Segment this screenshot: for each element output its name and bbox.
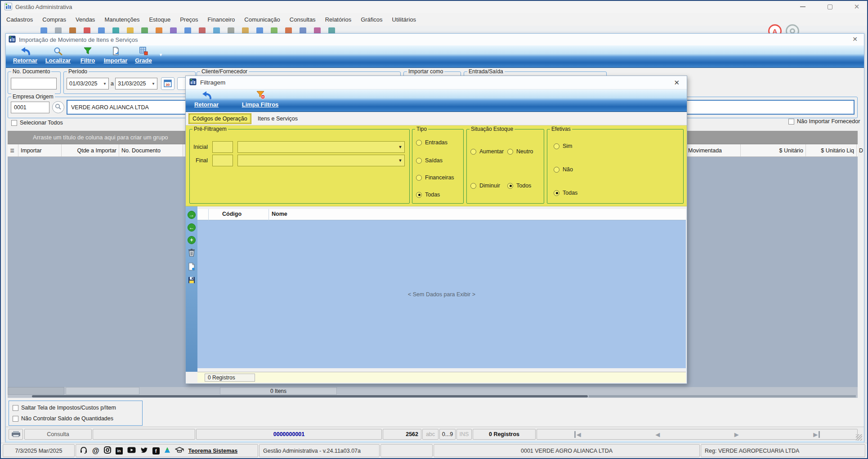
saltar-tela-checkbox[interactable]: Saltar Tela de Impostos/Custos p/Item xyxy=(13,405,116,411)
close-icon[interactable]: ✕ xyxy=(851,3,863,11)
calendar-button[interactable]: 30 xyxy=(161,77,174,90)
radio-saidas[interactable]: Saídas xyxy=(416,157,443,164)
facebook-icon[interactable]: f xyxy=(152,447,160,455)
print-button[interactable] xyxy=(9,429,23,440)
periodo-start-combo[interactable]: 01/03/2025 ▼ xyxy=(67,78,109,89)
menu-estoque[interactable]: Estoque xyxy=(149,16,170,23)
version-cell: Gestão Administrativa - v.24.11a03.07a xyxy=(259,444,380,457)
record-id-cell: 0000000001 xyxy=(196,429,382,440)
filtro-button[interactable]: Filtro xyxy=(77,45,98,64)
empresa-nome-value: VERDE AGRO ALIANCA LTDA xyxy=(71,104,149,111)
column-header-codigo[interactable]: Código xyxy=(222,211,242,217)
close-icon[interactable]: ✕ xyxy=(852,36,858,43)
column-header-partial-right[interactable]: D xyxy=(857,144,866,156)
column-header-nome[interactable]: Nome xyxy=(272,211,287,217)
menu-manutencoes[interactable]: Manutenções xyxy=(104,16,139,23)
headset-icon[interactable] xyxy=(80,446,88,455)
dialog-grid-body[interactable]: < Sem Dados para Exibir > xyxy=(197,220,686,368)
localizar-button[interactable]: Localizar xyxy=(42,45,74,64)
importar-button[interactable]: Importar xyxy=(101,45,130,64)
final-desc-combo[interactable]: ▼ xyxy=(237,155,405,166)
record-nav: ◀ ◀ ▶ ▶ xyxy=(537,429,858,440)
tipo-group: Tipo Entradas Saídas Financeiras Todas xyxy=(412,129,464,204)
dialog-retornar-button[interactable]: Retornar xyxy=(191,89,222,108)
radio-diminuir[interactable]: Diminuir xyxy=(470,183,500,189)
twitter-icon[interactable] xyxy=(140,447,148,455)
inicial-desc-combo[interactable]: ▼ xyxy=(237,141,405,153)
move-right-icon[interactable]: → xyxy=(188,211,196,219)
menu-relatorios[interactable]: Relatórios xyxy=(325,16,352,23)
spacer-cell xyxy=(380,444,433,457)
retornar-button[interactable]: Retornar xyxy=(10,45,40,64)
restore-icon[interactable] xyxy=(824,3,836,11)
column-header-documento[interactable]: No. Documento xyxy=(119,144,183,156)
close-icon[interactable]: ✕ xyxy=(674,79,680,87)
minimize-icon[interactable] xyxy=(797,3,809,11)
graduation-cap-icon[interactable] xyxy=(175,447,184,455)
inicial-code-input[interactable] xyxy=(212,141,233,153)
radio-todos-situacao[interactable]: Todos xyxy=(507,183,531,189)
row-selector-icon[interactable]: ≣ xyxy=(8,144,18,156)
menu-compras[interactable]: Compras xyxy=(42,16,66,23)
grade-dropdown-caret-icon[interactable]: ▼ xyxy=(159,53,163,57)
save-icon[interactable] xyxy=(188,276,195,285)
menu-graficos[interactable]: Gráficos xyxy=(361,16,382,23)
empresa-codigo-input[interactable]: 0001 xyxy=(11,102,49,113)
menu-vendas[interactable]: Vendas xyxy=(76,16,95,23)
pager-cell[interactable] xyxy=(8,387,64,395)
first-record-icon[interactable]: ◀ xyxy=(574,431,581,438)
column-header-importar[interactable]: Importar xyxy=(18,144,62,156)
radio-aumentar[interactable]: Aumentar xyxy=(470,148,504,155)
menu-consultas[interactable]: Consultas xyxy=(290,16,316,23)
menu-financeiro[interactable]: Financeiro xyxy=(208,16,235,23)
limpa-filtros-button[interactable]: Limpa Filtros xyxy=(230,89,291,108)
dialog-grid-header: Código Nome xyxy=(197,209,686,220)
menu-comunicacao[interactable]: Comunicação xyxy=(244,16,280,23)
pager-cell-2[interactable] xyxy=(66,387,139,395)
final-code-input[interactable] xyxy=(212,155,233,166)
periodo-end-combo[interactable]: 31/03/2025 ▼ xyxy=(115,78,157,89)
column-header-unitario-liq[interactable]: $ Unitário Liq xyxy=(806,144,857,156)
column-header-qtde[interactable]: Qtde a Importar xyxy=(62,144,119,156)
new-document-icon[interactable] xyxy=(188,263,195,272)
horizontal-scrollbar-track[interactable] xyxy=(589,395,856,397)
radio-neutro[interactable]: Neutro xyxy=(507,148,533,155)
tab-itens-e-servicos[interactable]: Itens e Serviços xyxy=(254,113,301,124)
move-left-icon[interactable]: ← xyxy=(188,223,196,232)
radio-todas-tipo[interactable]: Todas xyxy=(416,192,440,198)
add-icon[interactable]: + xyxy=(188,236,196,244)
prev-record-icon[interactable]: ◀ xyxy=(655,431,660,438)
teorema-logo-icon[interactable] xyxy=(164,447,170,455)
youtube-icon[interactable] xyxy=(127,447,136,455)
selecionar-todos-checkbox[interactable]: Selecionar Todos xyxy=(11,120,63,126)
horizontal-scrollbar-thumb[interactable] xyxy=(32,395,588,397)
instagram-icon[interactable] xyxy=(104,446,111,455)
resize-grip[interactable] xyxy=(856,434,862,441)
teorema-sistemas-link[interactable]: Teorema Sistemas xyxy=(188,448,238,454)
column-header-unitario[interactable]: $ Unitário xyxy=(741,144,806,156)
nao-controlar-checkbox[interactable]: Não Controlar Saldo de Quantidades xyxy=(13,415,113,422)
linkedin-icon[interactable]: in xyxy=(116,447,123,455)
menu-utilitarios[interactable]: Utilitários xyxy=(392,16,416,23)
last-record-icon[interactable]: ▶ xyxy=(813,431,820,438)
radio-todas-efetivas[interactable]: Todas xyxy=(554,190,577,196)
next-record-icon[interactable]: ▶ xyxy=(734,431,739,438)
radio-entradas[interactable]: Entradas xyxy=(416,139,447,146)
no-documento-input[interactable] xyxy=(11,78,57,89)
menu-precos[interactable]: Preços xyxy=(180,16,198,23)
filter-zone: Pré-Filtragem Inicial ▼ Final ▼ Tipo Ent… xyxy=(186,125,687,206)
nao-importar-fornecedor-checkbox[interactable]: Não Importar Fornecedor xyxy=(788,118,860,125)
trash-icon[interactable] xyxy=(188,249,195,258)
grade-button[interactable]: Grade xyxy=(133,45,154,64)
calendar-icon: 30 xyxy=(164,79,172,89)
at-icon[interactable]: @ xyxy=(92,447,99,455)
radio-nao[interactable]: Não xyxy=(554,166,573,173)
column-header-movimentada[interactable]: Movimentada xyxy=(686,144,741,156)
periodo-start-value: 01/03/2025 xyxy=(67,80,101,87)
import-statusbar: Consulta 0000000001 2562 abc 0...9 INS 0… xyxy=(6,427,864,441)
menu-cadastros[interactable]: Cadastros xyxy=(6,16,33,23)
tab-codigos-de-operacao[interactable]: Códigos de Operação xyxy=(188,113,251,124)
empresa-search-button[interactable] xyxy=(52,101,64,113)
radio-sim[interactable]: Sim xyxy=(554,143,573,149)
radio-financeiras[interactable]: Financeiras xyxy=(416,174,454,181)
